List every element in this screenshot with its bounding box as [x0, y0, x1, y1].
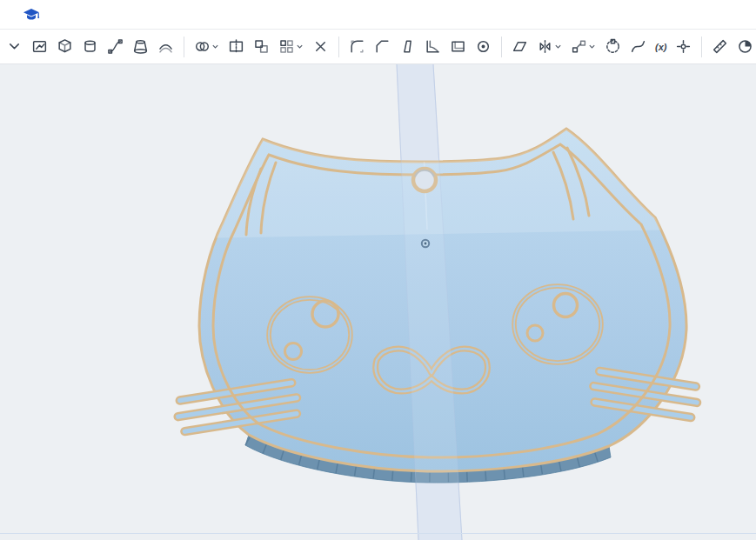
- tool-linear-pattern[interactable]: [567, 36, 599, 57]
- tool-shell[interactable]: [446, 36, 470, 57]
- learning-center-icon[interactable]: [23, 6, 40, 23]
- tool-circular-pattern[interactable]: [601, 36, 625, 57]
- tool-extrude[interactable]: [53, 36, 77, 57]
- tool-pattern[interactable]: [275, 36, 307, 57]
- tool-transform[interactable]: [250, 36, 273, 57]
- tool-split[interactable]: [224, 36, 248, 57]
- chamfer-icon: [374, 38, 391, 55]
- tool-draft[interactable]: [396, 36, 419, 57]
- mirror-icon: [537, 38, 553, 55]
- tool-sketch[interactable]: [28, 36, 51, 57]
- boolean-icon: [194, 38, 211, 55]
- model-canvas[interactable]: [0, 64, 756, 540]
- variable-icon: (x): [655, 38, 666, 55]
- curve-icon: [630, 38, 646, 55]
- extrude-icon: [57, 38, 73, 55]
- toolbar-divider: [338, 37, 339, 57]
- mass-properties-icon: [737, 38, 753, 55]
- mirror-dropdown-chevron[interactable]: [554, 43, 562, 50]
- sketch-icon: [31, 38, 48, 55]
- pattern-dropdown-chevron[interactable]: [296, 43, 304, 50]
- toolbar-divider: [501, 37, 502, 57]
- tool-curve[interactable]: [626, 36, 650, 57]
- shell-icon: [450, 38, 466, 55]
- linear-pattern-icon: [571, 38, 587, 55]
- tool-fillet[interactable]: [345, 36, 369, 57]
- hole-icon: [475, 38, 492, 55]
- revolve-icon: [82, 38, 98, 55]
- boolean-dropdown-chevron[interactable]: [211, 43, 219, 50]
- tool-thicken[interactable]: [154, 36, 177, 57]
- loft-icon: [132, 38, 149, 55]
- tool-delete-part[interactable]: [309, 36, 332, 57]
- tool-rib[interactable]: [421, 36, 445, 57]
- tool-revolve[interactable]: [78, 36, 102, 57]
- sweep-icon: [107, 38, 124, 55]
- split-icon: [228, 38, 244, 55]
- mate-connector-icon: [675, 38, 692, 55]
- tool-toolbar-overflow[interactable]: [3, 36, 26, 57]
- pattern-icon: [278, 38, 295, 55]
- feature-toolbar: (x): [0, 30, 756, 64]
- transform-icon: [253, 38, 270, 55]
- draft-icon: [399, 38, 416, 55]
- top-menu-bar: [0, 0, 756, 30]
- tool-loft[interactable]: [129, 36, 152, 57]
- fillet-icon: [349, 38, 365, 55]
- tool-boolean[interactable]: [191, 36, 223, 57]
- delete-part-icon: [312, 38, 329, 55]
- circular-pattern-icon: [605, 38, 621, 55]
- toolbar-divider: [184, 37, 184, 57]
- tool-mass-properties[interactable]: [733, 36, 756, 57]
- toolbar-overflow-icon: [6, 38, 23, 55]
- 3d-viewport[interactable]: [0, 64, 756, 540]
- thicken-icon: [157, 38, 174, 55]
- plane-icon: [512, 38, 528, 55]
- tool-chamfer[interactable]: [371, 36, 394, 57]
- tool-measure[interactable]: [708, 36, 732, 57]
- rib-icon: [425, 38, 441, 55]
- tool-sweep[interactable]: [104, 36, 127, 57]
- tool-plane[interactable]: [508, 36, 532, 57]
- measure-icon: [712, 38, 728, 55]
- tool-hole[interactable]: [472, 36, 495, 57]
- viewport-bottom-line: [0, 533, 756, 534]
- tool-mate-connector[interactable]: [672, 36, 695, 57]
- linear-pattern-dropdown-chevron[interactable]: [588, 43, 596, 50]
- tool-mirror[interactable]: [533, 36, 565, 57]
- toolbar-divider: [701, 37, 702, 57]
- tool-variable[interactable]: (x): [652, 36, 670, 57]
